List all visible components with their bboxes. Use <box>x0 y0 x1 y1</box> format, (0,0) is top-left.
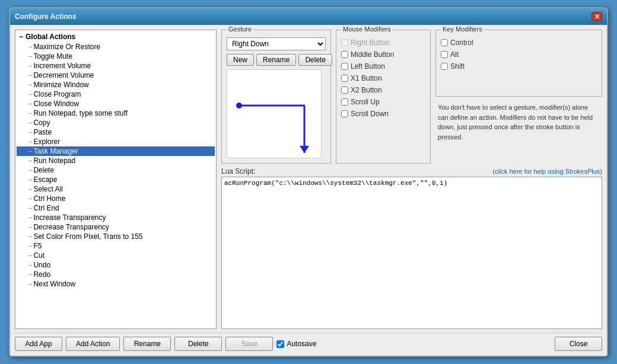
tree-root[interactable]: − Global Actions <box>17 31 215 42</box>
lua-help-link[interactable]: (click here for help using StrokesPlus) <box>492 168 602 175</box>
title-bar: Configure Actions ✕ <box>10 8 607 25</box>
tree-item[interactable]: −Redo <box>17 270 215 279</box>
mouse-modifier-row: Right Button <box>341 37 425 48</box>
gesture-buttons: New Rename Delete <box>227 54 326 66</box>
tree-item[interactable]: −Close Program <box>17 90 215 99</box>
mouse-modifier-label: Middle Button <box>351 50 394 59</box>
tree-item[interactable]: −Next Window <box>17 279 215 289</box>
tree-item[interactable]: −Paste <box>17 127 215 137</box>
main-content: − Global Actions −Maximize Or Restore−To… <box>15 30 602 329</box>
key-modifier-row: Alt <box>441 49 597 60</box>
key-modifiers-label: Key Modifiers <box>441 25 484 33</box>
rename-gesture-button[interactable]: Rename <box>256 54 296 66</box>
mouse-modifier-label: X1 Button <box>351 74 382 82</box>
close-window-button[interactable]: ✕ <box>591 12 602 21</box>
mouse-modifier-label: X2 Button <box>351 86 382 94</box>
tree-item[interactable]: −Maximize Or Restore <box>17 42 215 52</box>
tree-item[interactable]: −Cut <box>17 251 215 260</box>
lua-section: Lua Script: (click here for help using S… <box>221 167 602 329</box>
tree-item[interactable]: −Close Window <box>17 99 215 108</box>
tree-item[interactable]: −Run Notepad, type some stuff <box>17 108 215 118</box>
key-modifiers-list: ControlAltShift <box>441 37 597 72</box>
tree-item[interactable]: −Toggle Mute <box>17 52 215 61</box>
bottom-bar: Add App Add Action Rename Delete Save Au… <box>15 333 602 351</box>
tree-item[interactable]: −Ctrl End <box>17 203 215 213</box>
gesture-canvas <box>227 69 322 158</box>
gesture-group-label: Gesture <box>227 25 253 33</box>
expand-icon: − <box>19 33 23 41</box>
mouse-modifiers-label: Mouse Modifiers <box>341 25 393 33</box>
tree-item[interactable]: −Select All <box>17 184 215 194</box>
autosave-group: Autosave <box>276 340 316 348</box>
gesture-svg <box>227 70 322 158</box>
mouse-modifier-checkbox[interactable] <box>341 87 348 94</box>
add-app-button[interactable]: Add App <box>15 337 62 351</box>
tree-item[interactable]: −Ctrl Home <box>17 194 215 203</box>
actions-list[interactable]: − Global Actions −Maximize Or Restore−To… <box>15 30 216 328</box>
window-body: − Global Actions −Maximize Or Restore−To… <box>10 25 607 356</box>
autosave-checkbox[interactable] <box>276 340 284 348</box>
delete-gesture-button[interactable]: Delete <box>298 54 332 66</box>
mouse-modifier-label: Left Button <box>351 62 385 71</box>
actions-panel: − Global Actions −Maximize Or Restore−To… <box>15 30 217 329</box>
gesture-dropdown[interactable]: Right DownRight UpLeft DownLeft UpDown R… <box>227 37 326 50</box>
mouse-modifier-label: Scroll Down <box>351 110 389 118</box>
tree-item[interactable]: −Undo <box>17 260 215 270</box>
configure-actions-window: Configure Actions ✕ − Global Actions −Ma… <box>9 7 608 357</box>
mouse-modifier-label: Scroll Up <box>351 98 380 106</box>
key-modifier-row: Shift <box>441 61 597 72</box>
tree-root-label: Global Actions <box>26 33 75 41</box>
mouse-modifier-row: X1 Button <box>341 73 425 84</box>
mouse-modifier-checkbox[interactable] <box>341 39 348 46</box>
lua-header: Lua Script: (click here for help using S… <box>221 167 602 175</box>
mouse-modifier-row: X2 Button <box>341 85 425 95</box>
tree-item[interactable]: −Run Notepad <box>17 156 215 165</box>
mouse-modifier-row: Left Button <box>341 61 425 72</box>
tree-item[interactable]: −Increment Volume <box>17 61 215 71</box>
tree-item[interactable]: −Task Manager <box>17 146 215 156</box>
add-action-button[interactable]: Add Action <box>66 337 120 351</box>
mouse-modifier-checkbox[interactable] <box>341 98 348 106</box>
mouse-modifier-row: Scroll Up <box>341 97 425 107</box>
window-title: Configure Actions <box>15 12 77 21</box>
top-right-panels: Gesture Right DownRight UpLeft DownLeft … <box>221 30 602 164</box>
tree-item[interactable]: −Delete <box>17 165 215 175</box>
save-button[interactable]: Save <box>225 337 273 351</box>
mouse-modifier-row: Scroll Down <box>341 108 425 119</box>
key-modifiers-group: Key Modifiers ControlAltShift <box>435 30 602 97</box>
mouse-modifier-checkbox[interactable] <box>341 75 348 82</box>
tree-item[interactable]: −Decrement Volume <box>17 71 215 80</box>
tree-item[interactable]: −Set Color From Pixel, Trans to 155 <box>17 232 215 241</box>
mouse-modifier-label: Right Button <box>351 39 390 47</box>
tree-items-container: −Maximize Or Restore−Toggle Mute−Increme… <box>17 42 215 289</box>
gesture-arrow <box>300 146 309 153</box>
key-modifier-label: Control <box>450 39 473 47</box>
mouse-modifier-row: Middle Button <box>341 49 425 60</box>
tree-item[interactable]: −F5 <box>17 241 215 251</box>
tree-item[interactable]: −Minimize Window <box>17 80 215 90</box>
tree-item[interactable]: −Escape <box>17 175 215 184</box>
tree-item[interactable]: −Copy <box>17 118 215 127</box>
delete-button[interactable]: Delete <box>174 337 222 351</box>
gesture-group: Gesture Right DownRight UpLeft DownLeft … <box>221 30 331 164</box>
mouse-modifier-checkbox[interactable] <box>341 110 348 117</box>
tree-item[interactable]: −Decrease Transparency <box>17 222 215 232</box>
autosave-label: Autosave <box>287 340 316 348</box>
mouse-modifier-checkbox[interactable] <box>341 51 348 58</box>
key-modifier-row: Control <box>441 37 597 48</box>
tree-item[interactable]: −Explorer <box>17 137 215 146</box>
rename-button[interactable]: Rename <box>123 337 171 351</box>
close-button[interactable]: Close <box>555 337 602 351</box>
new-gesture-button[interactable]: New <box>227 54 254 66</box>
key-modifier-checkbox[interactable] <box>441 39 448 46</box>
right-panel: Gesture Right DownRight UpLeft DownLeft … <box>221 30 602 329</box>
mouse-modifier-checkbox[interactable] <box>341 63 348 70</box>
mouse-modifiers-list: Right ButtonMiddle ButtonLeft ButtonX1 B… <box>341 37 425 119</box>
key-modifier-label: Shift <box>450 62 465 71</box>
key-modifier-checkbox[interactable] <box>441 63 448 70</box>
key-modifier-checkbox[interactable] <box>441 51 448 58</box>
lua-editor[interactable] <box>221 177 602 329</box>
tree-item[interactable]: −Increase Transparency <box>17 213 215 222</box>
lua-label: Lua Script: <box>221 167 255 175</box>
mouse-modifiers-group: Mouse Modifiers Right ButtonMiddle Butto… <box>336 30 431 164</box>
